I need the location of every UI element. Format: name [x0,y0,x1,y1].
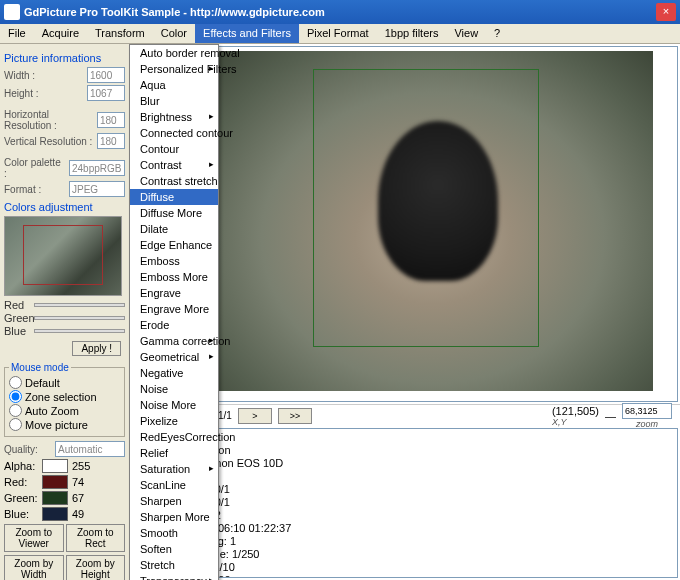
menuitem-noise[interactable]: Noise [130,381,218,397]
green-value: 67 [72,492,84,504]
colors-title: Colors adjustment [4,201,125,213]
blue-value: 49 [72,508,84,520]
zoom-by-height-button[interactable]: Zoom by Height [66,555,126,580]
titlebar: GdPicture Pro ToolKit Sample - http://ww… [0,0,680,24]
menuitem-pixelize[interactable]: Pixelize [130,413,218,429]
last-page-button[interactable]: >> [278,408,312,424]
hres-label: Horizontal Resolution : [4,109,94,131]
mouse-radio-3[interactable] [9,418,22,431]
zoom-by-width-button[interactable]: Zoom by Width [4,555,64,580]
menuitem-erode[interactable]: Erode [130,317,218,333]
menu--bpp-filters[interactable]: 1bpp filters [377,24,447,43]
alpha-label: Alpha: [4,460,38,472]
thumbnail [4,216,122,296]
menuitem-sharpen[interactable]: Sharpen [130,493,218,509]
menuitem-connected-contour[interactable]: Connected contour [130,125,218,141]
red-slider-label: Red [4,299,34,311]
width-label: Width : [4,70,84,81]
alpha-value: 255 [72,460,90,472]
menu-file[interactable]: File [0,24,34,43]
menuitem-diffuse-more[interactable]: Diffuse More [130,205,218,221]
width-field[interactable] [87,67,125,83]
vres-field[interactable] [97,133,125,149]
green-slider[interactable] [34,316,125,320]
height-field[interactable] [87,85,125,101]
menu--[interactable]: ? [486,24,508,43]
quality-field[interactable] [55,441,125,457]
coords-readout: (121,505) [552,405,599,417]
menuitem-negative[interactable]: Negative [130,365,218,381]
menu-acquire[interactable]: Acquire [34,24,87,43]
green-swatch [42,491,68,505]
vres-label: Vertical Resolution : [4,136,94,147]
close-button[interactable]: × [656,3,676,21]
menuitem-sharpen-more[interactable]: Sharpen More [130,509,218,525]
next-page-button[interactable]: > [238,408,272,424]
menuitem-relief[interactable]: Relief [130,445,218,461]
menuitem-blur[interactable]: Blur [130,93,218,109]
menuitem-noise-more[interactable]: Noise More [130,397,218,413]
menu-transform[interactable]: Transform [87,24,153,43]
mouse-mode-title: Mouse mode [9,362,71,373]
menuitem-engrave-more[interactable]: Engrave More [130,301,218,317]
mouse-radio-0[interactable] [9,376,22,389]
menuitem-personalized-filters[interactable]: Personalized Filters [130,61,218,77]
menu-effects-and-filters[interactable]: Effects and Filters [195,24,299,43]
menuitem-scanline[interactable]: ScanLine [130,477,218,493]
menuitem-diffuse[interactable]: Diffuse [130,189,218,205]
menuitem-saturation[interactable]: Saturation [130,461,218,477]
menuitem-contrast[interactable]: Contrast [130,157,218,173]
menuitem-transparency[interactable]: Transparency [130,573,218,580]
format-field[interactable] [69,181,125,197]
menuitem-emboss[interactable]: Emboss [130,253,218,269]
menuitem-engrave[interactable]: Engrave [130,285,218,301]
hres-field[interactable] [97,112,125,128]
quality-label: Quality: [4,444,52,455]
main-image [213,51,653,391]
menu-view[interactable]: View [446,24,486,43]
mouse-label-2: Auto Zoom [25,405,79,417]
app-icon [4,4,20,20]
menuitem-emboss-more[interactable]: Emboss More [130,269,218,285]
green-slider-label: Green [4,312,34,324]
menuitem-edge-enhance[interactable]: Edge Enhance [130,237,218,253]
menuitem-contour[interactable]: Contour [130,141,218,157]
mouse-label-0: Default [25,377,60,389]
mouse-radio-2[interactable] [9,404,22,417]
mouse-mode-group: Mouse mode DefaultZone selectionAuto Zoo… [4,362,125,437]
window-title: GdPicture Pro ToolKit Sample - http://ww… [24,6,656,18]
zoom-to-viewer-button[interactable]: Zoom to Viewer [4,524,64,552]
menuitem-geometrical[interactable]: Geometrical [130,349,218,365]
blue-slider-label: Blue [4,325,34,337]
zoom-to-rect-button[interactable]: Zoom to Rect [66,524,126,552]
menuitem-dilate[interactable]: Dilate [130,221,218,237]
alpha-swatch [42,459,68,473]
format-label: Format : [4,184,66,195]
content: Picture informations Width : Height : Ho… [0,44,680,580]
red-value: 74 [72,476,84,488]
palette-field[interactable] [69,160,125,176]
zoom-dash: — [605,410,616,422]
menuitem-redeyescorrection[interactable]: RedEyesCorrection [130,429,218,445]
menuitem-soften[interactable]: Soften [130,541,218,557]
menuitem-stretch[interactable]: Stretch [130,557,218,573]
mouse-radio-1[interactable] [9,390,22,403]
green-label: Green: [4,492,38,504]
menuitem-brightness[interactable]: Brightness [130,109,218,125]
menu-color[interactable]: Color [153,24,195,43]
blue-slider[interactable] [34,329,125,333]
menuitem-smooth[interactable]: Smooth [130,525,218,541]
picinfo-title: Picture informations [4,52,125,64]
palette-label: Color palette : [4,157,66,179]
menuitem-auto-border-removal[interactable]: Auto border removal [130,45,218,61]
coords-label: X,Y [552,417,599,427]
menu-pixel-format[interactable]: Pixel Format [299,24,377,43]
selection-rectangle[interactable] [313,69,539,347]
menuitem-contrast-stretch[interactable]: Contrast stretch [130,173,218,189]
apply-button[interactable]: Apply ! [72,341,121,356]
red-slider[interactable] [34,303,125,307]
zoom-label: zoom [622,419,672,429]
menuitem-gamma-correction[interactable]: Gamma correction [130,333,218,349]
zoom-field[interactable] [622,403,672,419]
menuitem-aqua[interactable]: Aqua [130,77,218,93]
